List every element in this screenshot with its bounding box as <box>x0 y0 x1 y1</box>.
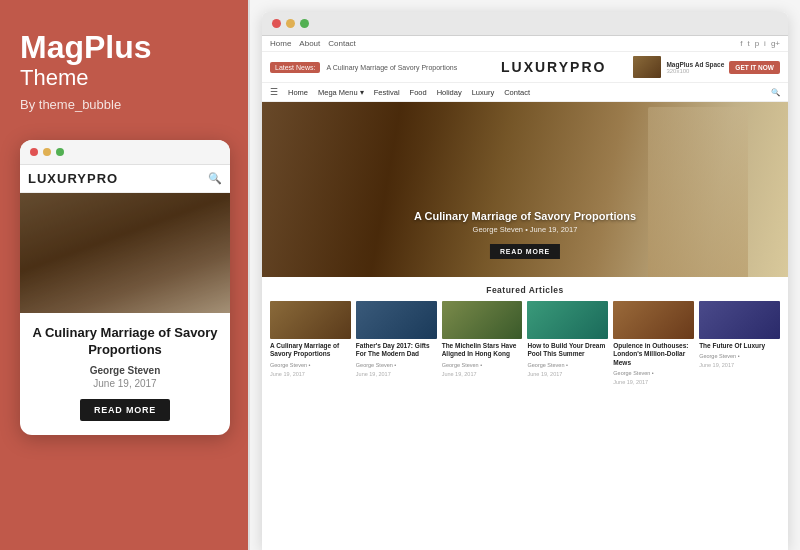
desktop-dot-green <box>300 19 309 28</box>
social-google-icon[interactable]: g+ <box>771 39 780 48</box>
featured-item-3: The Michelin Stars Have Aligned In Hong … <box>442 301 523 385</box>
ad-space: MagPlus Ad Space 320x100 <box>666 61 724 74</box>
featured-title-1: A Culinary Marriage of Savory Proportion… <box>270 342 351 359</box>
mobile-logo: LUXURYPRO <box>28 171 118 186</box>
featured-date-5: June 19, 2017 <box>613 379 694 385</box>
desktop-titlebar <box>262 12 788 36</box>
desktop-dot-yellow <box>286 19 295 28</box>
nav-contact[interactable]: Contact <box>504 88 530 97</box>
featured-img-6 <box>699 301 780 339</box>
featured-author-2: George Steven • <box>356 362 437 368</box>
site-top-bar: Home About Contact f t p i g+ <box>262 36 788 52</box>
by-theme: By theme_bubble <box>20 97 121 112</box>
featured-img-5 <box>613 301 694 339</box>
featured-item-6: The Future Of Luxury George Steven • Jun… <box>699 301 780 385</box>
social-instagram-icon[interactable]: i <box>764 39 766 48</box>
featured-author-4: George Steven • <box>527 362 608 368</box>
mobile-article-content: A Culinary Marriage of Savory Proportion… <box>20 313 230 435</box>
right-panel: Home About Contact f t p i g+ Latest New… <box>248 0 800 550</box>
featured-item-5: Opulence in Outhouses: London's Million-… <box>613 301 694 385</box>
featured-date-1: June 19, 2017 <box>270 371 351 377</box>
left-panel: MagPlus Theme By theme_bubble LUXURYPRO … <box>0 0 248 550</box>
nav-food[interactable]: Food <box>410 88 427 97</box>
desktop-dot-red <box>272 19 281 28</box>
brand-subtitle: Theme <box>20 65 88 91</box>
hero-meta: George Steven • June 19, 2017 <box>414 225 636 234</box>
social-facebook-icon[interactable]: f <box>740 39 742 48</box>
featured-title-4: How to Build Your Dream Pool This Summer <box>527 342 608 359</box>
hamburger-icon[interactable]: ☰ <box>270 87 278 97</box>
mobile-hero-overlay <box>20 193 230 313</box>
ad-space-container: MagPlus Ad Space 320x100 GET IT NOW <box>633 56 780 78</box>
featured-title-6: The Future Of Luxury <box>699 342 780 350</box>
mobile-titlebar <box>20 140 230 165</box>
mobile-date: June 19, 2017 <box>32 378 218 389</box>
mobile-search-icon: 🔍 <box>208 172 222 185</box>
site-logo: LUXURYPRO <box>480 59 627 75</box>
mobile-dot-yellow <box>43 148 51 156</box>
nav-home[interactable]: Home <box>288 88 308 97</box>
featured-item-2: Father's Day 2017: Gifts For The Modern … <box>356 301 437 385</box>
hero-read-more-button[interactable]: READ MORE <box>490 244 560 259</box>
social-twitter-icon[interactable]: t <box>747 39 749 48</box>
featured-date-3: June 19, 2017 <box>442 371 523 377</box>
featured-item-4: How to Build Your Dream Pool This Summer… <box>527 301 608 385</box>
desktop-window: Home About Contact f t p i g+ Latest New… <box>262 12 788 550</box>
featured-articles-section: Featured Articles A Culinary Marriage of… <box>262 277 788 393</box>
top-nav-about[interactable]: About <box>299 39 320 48</box>
hero-article-title: A Culinary Marriage of Savory Proportion… <box>414 210 636 222</box>
featured-title-3: The Michelin Stars Have Aligned In Hong … <box>442 342 523 359</box>
ad-thumbnail <box>633 56 661 78</box>
brand-title: MagPlus <box>20 30 152 65</box>
featured-author-5: George Steven • <box>613 370 694 376</box>
featured-date-6: June 19, 2017 <box>699 362 780 368</box>
site-main-header: Latest News: A Culinary Marriage of Savo… <box>262 52 788 83</box>
mobile-read-more-button[interactable]: READ MORE <box>80 399 170 421</box>
featured-img-1 <box>270 301 351 339</box>
nav-mega-menu[interactable]: Mega Menu ▾ <box>318 88 364 97</box>
featured-articles-title: Featured Articles <box>270 285 780 295</box>
hero-section: A Culinary Marriage of Savory Proportion… <box>262 102 788 277</box>
featured-date-2: June 19, 2017 <box>356 371 437 377</box>
nav-festival[interactable]: Festival <box>374 88 400 97</box>
top-nav: Home About Contact <box>270 39 356 48</box>
mobile-logo-bar: LUXURYPRO 🔍 <box>20 165 230 193</box>
latest-news-text: A Culinary Marriage of Savory Proportion… <box>326 64 473 71</box>
featured-img-4 <box>527 301 608 339</box>
mobile-article-title: A Culinary Marriage of Savory Proportion… <box>32 325 218 359</box>
featured-author-3: George Steven • <box>442 362 523 368</box>
mobile-author: George Steven <box>32 365 218 376</box>
mobile-dot-red <box>30 148 38 156</box>
featured-item-1: A Culinary Marriage of Savory Proportion… <box>270 301 351 385</box>
get-it-now-button[interactable]: GET IT NOW <box>729 61 780 74</box>
search-icon[interactable]: 🔍 <box>771 88 780 97</box>
mobile-preview: LUXURYPRO 🔍 A Culinary Marriage of Savor… <box>20 140 230 435</box>
top-social: f t p i g+ <box>740 39 780 48</box>
hero-figure <box>648 107 748 277</box>
featured-date-4: June 19, 2017 <box>527 371 608 377</box>
site-nav-bar: ☰ Home Mega Menu ▾ Festival Food Holiday… <box>262 83 788 102</box>
social-pinterest-icon[interactable]: p <box>755 39 759 48</box>
nav-luxury[interactable]: Luxury <box>472 88 495 97</box>
latest-news-badge: Latest News: <box>270 62 320 73</box>
mobile-hero-image <box>20 193 230 313</box>
top-nav-contact[interactable]: Contact <box>328 39 356 48</box>
nav-holiday[interactable]: Holiday <box>437 88 462 97</box>
featured-author-1: George Steven • <box>270 362 351 368</box>
featured-author-6: George Steven • <box>699 353 780 359</box>
featured-title-2: Father's Day 2017: Gifts For The Modern … <box>356 342 437 359</box>
featured-img-2 <box>356 301 437 339</box>
hero-text-box: A Culinary Marriage of Savory Proportion… <box>414 210 636 259</box>
featured-img-3 <box>442 301 523 339</box>
mobile-dot-green <box>56 148 64 156</box>
featured-title-5: Opulence in Outhouses: London's Million-… <box>613 342 694 367</box>
top-nav-home[interactable]: Home <box>270 39 291 48</box>
featured-articles-grid: A Culinary Marriage of Savory Proportion… <box>270 301 780 385</box>
